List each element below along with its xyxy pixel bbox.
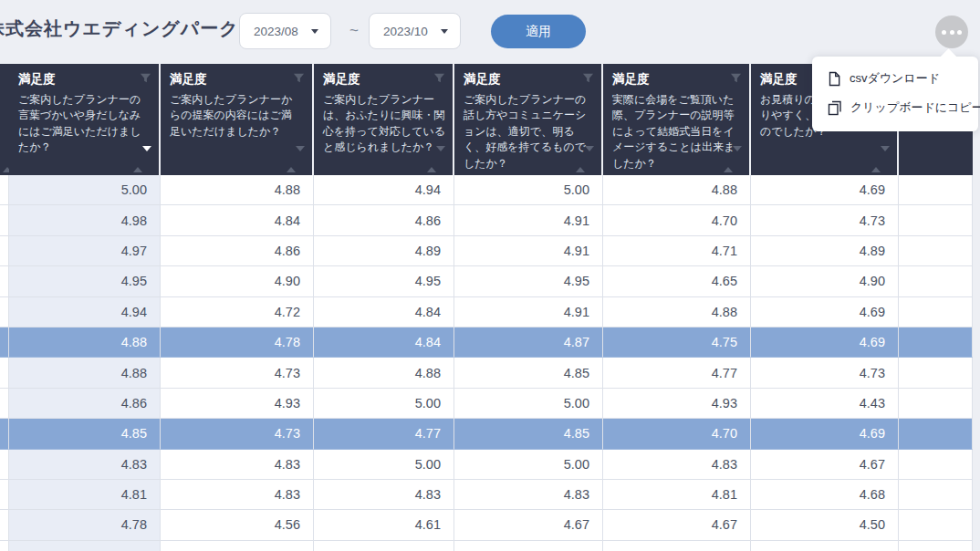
filter-icon[interactable]: [140, 71, 151, 88]
page-title: 株式会社ウエディングパーク: [0, 16, 239, 41]
table-row[interactable]: 4.83 4.83 5.00 5.00 4.83 4.67: [0, 450, 973, 480]
table-cell-score: 4.50: [751, 510, 899, 540]
table-cell-clipped: [0, 541, 9, 551]
table-cell-score: 4.84: [161, 205, 314, 235]
table-cell-score: 4.73: [161, 419, 314, 449]
column-question: ご案内したプランナーか らの提案の内容にはご満 足いただけましたか？: [170, 92, 305, 140]
apply-button[interactable]: 適用: [491, 15, 586, 48]
menu-item-copy-clipboard[interactable]: クリップボードにコピー: [812, 93, 978, 122]
table-cell-score: 4.95: [9, 266, 161, 296]
table-cell-clipped: [0, 266, 9, 296]
sort-icon[interactable]: [427, 151, 445, 168]
period-end-select[interactable]: 2023/10: [369, 13, 461, 49]
table-row[interactable]: 4.94 4.72 4.84 4.91 4.88 4.69: [0, 297, 973, 327]
table-cell-score: 4.95: [314, 266, 454, 296]
table-cell-empty: [899, 510, 973, 540]
table-row[interactable]: 4.88 4.73 4.88 4.85 4.77 4.73: [0, 358, 973, 388]
table-cell-empty: [899, 297, 973, 327]
column-header-satisfaction[interactable]: 満足度 ご案内したプランナーの 話し方やコミュニケーシ ョンは、適切で、明る く…: [454, 64, 603, 175]
sort-icon[interactable]: [287, 151, 305, 168]
column-title: 満足度: [18, 71, 151, 88]
table-cell-score: 4.82: [454, 541, 603, 551]
table-cell-score: 4.85: [9, 419, 161, 449]
table-cell-score: 4.89: [314, 236, 454, 266]
table-cell-clipped: [0, 236, 9, 266]
table-row[interactable]: 4.88 4.78 4.84 4.87 4.75 4.69: [0, 327, 973, 358]
filter-icon[interactable]: [730, 71, 742, 88]
table-cell-empty: [899, 358, 973, 388]
column-title: 満足度: [170, 71, 305, 88]
table-cell-score: 4.71: [603, 236, 751, 266]
table-cell-score: 5.00: [454, 450, 603, 480]
table-cell-score: 4.69: [751, 297, 899, 327]
table-cell-score: 4.83: [454, 480, 603, 510]
table-cell-clipped: [0, 510, 9, 540]
table-cell-score: 4.87: [454, 327, 603, 358]
table-cell-score: 4.91: [454, 236, 603, 266]
table-cell-score: 4.83: [9, 450, 161, 480]
sort-icon[interactable]: [871, 151, 890, 168]
period-separator: ~: [344, 22, 364, 40]
column-title: 満足度: [464, 71, 594, 88]
table-cell-score: 5.00: [314, 450, 454, 480]
table-cell-score: 4.73: [161, 358, 314, 388]
table-cell-score: 4.76: [314, 541, 454, 551]
table-cell-empty: [899, 175, 973, 205]
more-options-button[interactable]: [935, 16, 968, 48]
table-row[interactable]: 4.86 4.93 5.00 5.00 4.93 4.43: [0, 389, 973, 419]
table-cell-clipped: [0, 327, 9, 358]
table-cell-score: 4.88: [161, 175, 314, 205]
table-cell-score: 4.67: [454, 510, 603, 540]
table-cell-score: 4.81: [9, 480, 161, 510]
table-cell-score: 4.77: [314, 419, 454, 449]
table-row[interactable]: 4.95 4.90 4.95 4.95 4.65 4.90: [0, 266, 973, 296]
table-cell-clipped: [0, 480, 9, 510]
sort-icon[interactable]: [133, 151, 151, 168]
chevron-down-icon: [441, 29, 448, 34]
column-header-satisfaction[interactable]: 満足度 ご案内したプランナーの 言葉づかいや身だしなみ にはご満足いただけまし …: [9, 64, 161, 175]
table-cell-score: 4.88: [603, 297, 751, 327]
table-cell-score: 4.93: [161, 389, 314, 419]
table-cell-score: 4.68: [751, 480, 899, 510]
table-cell-empty: [899, 266, 973, 296]
column-title: 満足度: [323, 71, 445, 88]
table-row[interactable]: 5.00 4.88 4.94 5.00 4.88 4.69: [0, 175, 973, 205]
table-row[interactable]: 4.81 4.83 4.83 4.83 4.81 4.68: [0, 480, 973, 510]
table-row[interactable]: 4.85 4.73 4.77 4.85 4.70 4.69: [0, 419, 973, 449]
table-cell-score: 4.98: [9, 205, 161, 235]
filter-icon[interactable]: [293, 71, 305, 88]
table-row[interactable]: 4.97 4.86 4.89 4.91 4.71 4.89: [0, 236, 973, 266]
column-header-satisfaction[interactable]: 満足度 ご案内したプランナー は、おふたりに興味・関 心を持って対応している と…: [314, 64, 454, 175]
table-cell-score: 4.85: [454, 358, 603, 388]
table-cell-score: 4.70: [603, 419, 751, 449]
table-cell-clipped: [0, 450, 9, 480]
table-cell-score: 4.67: [603, 510, 751, 540]
table-cell-score: 4.43: [751, 389, 899, 419]
table-cell-score: 5.00: [454, 389, 603, 419]
table-cell-empty: [899, 327, 973, 358]
sort-icon[interactable]: [724, 151, 742, 168]
menu-item-csv-download[interactable]: csvダウンロード: [812, 64, 978, 93]
table-cell-score: 4.69: [751, 419, 899, 449]
table-cell-score: 4.90: [751, 266, 899, 296]
table-cell-score: 4.73: [751, 205, 899, 235]
period-start-select[interactable]: 2023/08: [239, 13, 331, 49]
filter-icon[interactable]: [433, 71, 445, 88]
table-cell-clipped: [0, 358, 9, 388]
column-header-satisfaction[interactable]: 満足度 ご案内したプランナーか らの提案の内容にはご満 足いただけましたか？: [161, 64, 314, 175]
sort-icon[interactable]: [576, 151, 594, 168]
column-header-satisfaction[interactable]: 満足度 実際に会場をご覧頂いた 際、プランナーの説明等 によって結婚式当日をイ …: [603, 64, 751, 175]
table-cell-clipped: [0, 175, 9, 205]
table-row[interactable]: 4.76 4.76 4.76 4.82 4.65 4.71: [0, 541, 973, 551]
table-cell-score: 4.81: [603, 480, 751, 510]
table-cell-score: 4.88: [9, 327, 161, 358]
table-cell-score: 4.95: [454, 266, 603, 296]
table-cell-score: 4.65: [603, 266, 751, 296]
filter-icon[interactable]: [582, 71, 594, 88]
table-row[interactable]: 4.98 4.84 4.86 4.91 4.70 4.73: [0, 205, 973, 235]
table-cell-score: 4.83: [161, 450, 314, 480]
column-question: ご案内したプランナーの 話し方やコミュニケーシ ョンは、適切で、明る く、好感を…: [464, 92, 594, 172]
table-cell-score: 4.86: [9, 389, 161, 419]
table-cell-score: 4.76: [161, 541, 314, 551]
table-row[interactable]: 4.78 4.56 4.61 4.67 4.67 4.50: [0, 510, 973, 540]
